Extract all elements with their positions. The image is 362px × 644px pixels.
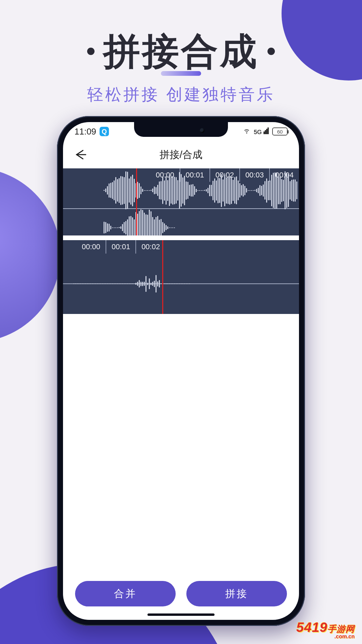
watermark: 5419手游网 .com.cn [296,621,355,639]
nav-title: 拼接/合成 [72,148,290,162]
waveform-1 [63,182,299,235]
arrow-left-icon [72,147,88,162]
home-indicator[interactable] [147,613,215,616]
concat-button[interactable]: 拼接 [186,581,287,606]
phone-frame: 11:09 Q 5G 60 拼接/合成 [57,116,305,626]
time-ruler-2: 00:00 00:01 00:02 [63,240,299,254]
title-dot-left [87,48,95,55]
status-right: 5G 60 [243,127,288,136]
status-time: 11:09 [74,126,96,137]
button-row: 合并 拼接 [63,581,299,606]
wifi-icon [243,127,250,136]
cell-signal-icon: 5G [254,127,269,136]
merge-button[interactable]: 合并 [75,581,176,606]
tick-label: 00:01 [106,240,135,254]
tick-label: 00:00 [76,240,106,254]
back-button[interactable] [72,147,88,162]
promo-title-text: 拼接合成 [103,31,259,72]
promo-subtitle: 轻松拼接 创建独特音乐 [0,84,362,105]
app-badge-icon: Q [100,127,109,136]
playhead-1[interactable] [136,168,137,235]
playhead-2[interactable] [162,240,163,314]
phone-notch [134,122,228,137]
promo-title: 拼接合成 [0,27,362,77]
audio-track-2[interactable]: 00:00 00:01 00:02 [63,240,299,314]
bg-blob-left [0,168,60,342]
promo-underline [161,71,201,76]
phone-screen: 11:09 Q 5G 60 拼接/合成 [63,122,299,620]
audio-track-1[interactable]: 00:00 00:01 00:02 00:03 00:04 [63,168,299,235]
battery-icon: 60 [272,127,288,136]
nav-bar: 拼接/合成 [63,141,299,168]
tick-label: 00:02 [136,240,165,254]
title-dot-right [267,48,275,55]
waveform-2 [63,254,299,314]
